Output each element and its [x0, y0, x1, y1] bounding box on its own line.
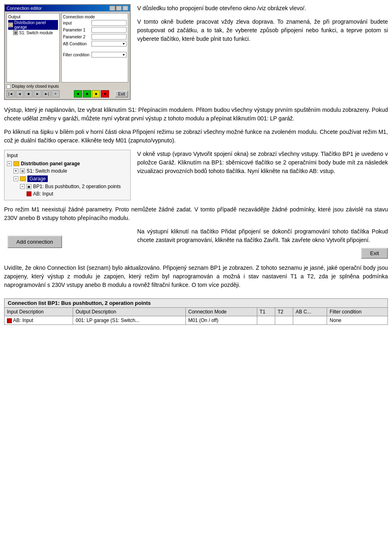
final-para: Uvidíte, že okno Connection list (seznam… — [4, 264, 388, 289]
col-header-abc: AB C... — [293, 308, 327, 316]
connection-table-body: AB: Input 001: LP garage (S1: Switch... … — [4, 316, 388, 325]
minimize-btn[interactable]: _ — [109, 6, 115, 11]
input-section: Input − Distribution panel garage + ⊞ S1… — [4, 150, 388, 200]
cell-abc — [293, 316, 327, 325]
input-tree-s1-label: S1: Switch module — [27, 168, 67, 174]
ab-condition-dropdown[interactable]: ▼ — [91, 41, 127, 47]
input-tree-bp1[interactable]: − ▣ BP1: Bus pushbutton, 2 operation poi… — [20, 183, 128, 190]
body-para1: Výstup, který je naplánován, lze vybrat … — [4, 106, 388, 123]
tree-item-distribution[interactable]: 🏠 Distribution panel garage — [8, 20, 58, 30]
param1-field[interactable] — [91, 27, 127, 33]
output-label: Output — [8, 15, 58, 19]
add-connection-button[interactable]: Add connection — [7, 235, 62, 248]
win-exit-button[interactable]: Exit — [115, 91, 128, 98]
input-tree-garage[interactable]: − Garage — [13, 175, 128, 183]
cell-output: 001: LP garage (S1: Switch... — [73, 316, 186, 325]
cell-input: AB: Input — [4, 316, 73, 325]
garage-label: Garage — [27, 175, 48, 182]
output-panel: Output 🏠 Distribution panel garage ⊞ S1:… — [7, 13, 60, 82]
col-header-t2: T2 — [275, 308, 293, 316]
red-icon-ab — [27, 191, 31, 196]
top-para1: V důsledku toho propojení bude otevřeno … — [137, 4, 388, 13]
cell-filter: None — [327, 316, 388, 325]
expand-icon-garage[interactable]: − — [13, 176, 18, 181]
top-para2: V tomto okně budete pracovat vždy zleva … — [137, 18, 388, 43]
input-section-text: V okně vstup (vpravo Vytvořit spojení ok… — [137, 150, 388, 175]
cell-mode: M01 (On / off) — [185, 316, 257, 325]
window-title: Connection editor — [7, 6, 42, 11]
cell-t2 — [275, 316, 293, 325]
close-btn[interactable]: × — [122, 6, 128, 11]
connection-list-title: Connection list BP1: Bus pushbutton, 2 o… — [4, 298, 388, 307]
toolbar-btn-5[interactable]: + — [51, 90, 60, 98]
filter-dropdown-arrow-icon: ▼ — [122, 53, 125, 57]
col-header-filter: Filter condition — [327, 308, 388, 316]
body-para2: Po kliknutí na šipku v bílém poli v horn… — [4, 128, 388, 145]
page: Connection editor _ □ × Output 🏠 Distrib… — [0, 0, 392, 329]
connection-mode-label: Connection mode — [63, 15, 127, 19]
col-header-output: Output Description — [73, 308, 186, 316]
window-titlebar: Connection editor _ □ × — [5, 5, 130, 11]
tree-item-s1-label: S1: Switch module — [19, 31, 53, 35]
input-tree-distribution[interactable]: − Distribution panel garage — [7, 160, 128, 167]
maximize-btn[interactable]: □ — [116, 6, 122, 11]
expand-icon-distribution[interactable]: − — [7, 161, 12, 166]
col-header-mode: Connection Mode — [185, 308, 257, 316]
connection-editor-window: Connection editor _ □ × Output 🏠 Distrib… — [4, 4, 131, 100]
exit-button[interactable]: Exit — [361, 248, 388, 259]
top-section: Connection editor _ □ × Output 🏠 Distrib… — [4, 4, 388, 100]
tree-icon-s1: ⊞ — [13, 30, 18, 35]
exit-btn-container: Exit — [137, 248, 388, 259]
input-tree-ab-label: AB: Input — [33, 191, 53, 197]
table-row: AB: Input 001: LP garage (S1: Switch... … — [4, 316, 388, 325]
ab-condition-row: AB Condition ▼ — [63, 41, 127, 47]
display-checkbox[interactable] — [7, 84, 11, 89]
ab-condition-label: AB Condition — [63, 42, 91, 46]
add-connection-text-block: Na výstupní kliknutí na tlačítko Přidat … — [137, 227, 388, 259]
toolbar-btn-3[interactable]: ► — [33, 90, 42, 98]
expand-icon-s1[interactable]: + — [13, 169, 18, 173]
tree-icon-distribution: 🏠 — [8, 22, 13, 27]
toolbar-btn-4[interactable]: ►| — [42, 90, 51, 98]
doc-icon-bp1: ▣ — [27, 184, 31, 189]
connection-mode-panel: Connection mode input Parameter 1 Parame… — [61, 13, 128, 82]
expand-icon-bp1[interactable]: − — [20, 184, 25, 189]
add-connection-panel: Add connection — [4, 227, 131, 256]
toolbar-btn-green[interactable]: ■ — [74, 90, 82, 98]
window-body: Output 🏠 Distribution panel garage ⊞ S1:… — [5, 11, 130, 99]
main-panels-row: Output 🏠 Distribution panel garage ⊞ S1:… — [7, 13, 128, 82]
input-panel: Input − Distribution panel garage + ⊞ S1… — [4, 150, 131, 200]
param1-label: Parameter 1 — [63, 28, 91, 32]
connection-table: Input Description Output Description Con… — [4, 307, 388, 325]
tree-item-s1[interactable]: ⊞ S1: Switch module — [8, 30, 58, 36]
input-tree-distribution-label: Distribution panel garage — [21, 161, 80, 167]
add-connection-section: Add connection Na výstupní kliknutí na t… — [4, 227, 388, 259]
toolbar-btn-2[interactable]: ◄ — [16, 90, 24, 98]
param2-label: Parameter 2 — [63, 35, 91, 39]
input-field-label: input — [63, 21, 91, 25]
display-checkbox-label: Display only closed inputs — [12, 84, 59, 89]
toolbar-btn-red[interactable]: ■ — [101, 90, 109, 98]
toolbar-btn-stop[interactable]: ■ — [24, 90, 33, 98]
input-field[interactable] — [91, 20, 127, 26]
input-tree-ab[interactable]: AB: Input — [27, 190, 128, 198]
add-connection-para: Na výstupní kliknutí na tlačítko Přidat … — [137, 227, 388, 244]
toolbar-btn-yellow[interactable]: ■ — [92, 90, 100, 98]
input-para: V okně vstup (vpravo Vytvořit spojení ok… — [137, 150, 388, 175]
input-field-row: input — [63, 20, 127, 26]
folder-icon-garage — [20, 176, 26, 181]
params-text: Pro režim M1 neexistují žádné parametry.… — [4, 205, 388, 222]
folder-icon-distribution — [13, 161, 19, 166]
input-tree-s1[interactable]: + ⊞ S1: Switch module — [13, 167, 128, 175]
param2-field[interactable] — [91, 34, 127, 40]
col-header-input: Input Description — [4, 308, 73, 316]
toolbar-btn-green2[interactable]: ■ — [83, 90, 91, 98]
param1-row: Parameter 1 — [63, 27, 127, 33]
dropdown-arrow-icon: ▼ — [122, 42, 125, 46]
filter-condition-dropdown[interactable]: ▼ — [91, 52, 127, 58]
doc-icon-s1: ⊞ — [20, 169, 25, 173]
toolbar-btn-1[interactable]: |◄ — [7, 90, 15, 98]
col-header-t1: T1 — [257, 308, 275, 316]
red-square-icon — [7, 318, 12, 323]
display-checkbox-row: Display only closed inputs — [7, 84, 128, 89]
